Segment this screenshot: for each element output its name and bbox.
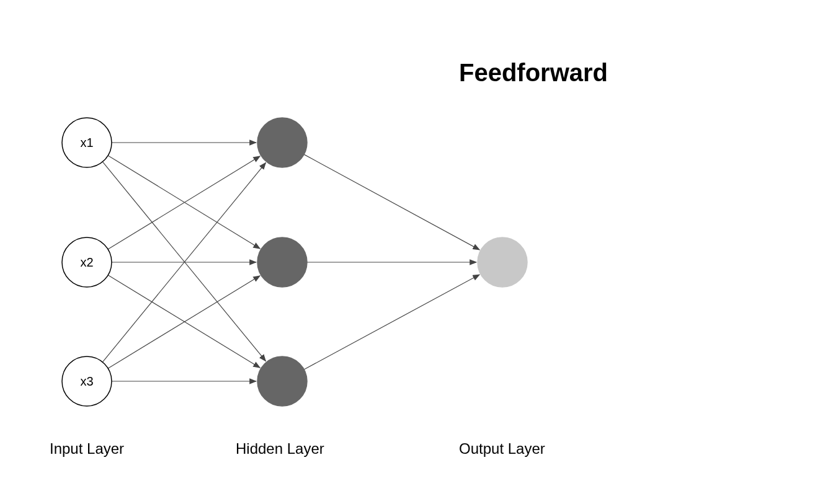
- input-layer-label: Input Layer: [50, 440, 124, 458]
- node-h3: [257, 356, 307, 406]
- hidden-layer-label: Hidden Layer: [236, 440, 324, 458]
- node-label-x3: x3: [80, 374, 93, 388]
- neural-network-diagram: x1x2x3: [0, 0, 815, 504]
- connection-x2-h3: [108, 275, 260, 368]
- connection-h3-o1: [304, 275, 479, 369]
- connection-h1-o1: [304, 154, 479, 250]
- connection-x1-h2: [108, 156, 260, 249]
- connection-x3-h2: [108, 276, 260, 368]
- connection-x2-h1: [108, 156, 260, 249]
- node-h1: [257, 118, 307, 167]
- node-h2: [257, 237, 307, 287]
- node-o1: [478, 237, 527, 287]
- connection-x1-h3: [102, 162, 265, 361]
- output-layer-label: Output Layer: [459, 440, 545, 458]
- node-label-x2: x2: [80, 255, 93, 269]
- node-label-x1: x1: [80, 136, 93, 149]
- diagram-title: Feedforward: [459, 59, 608, 87]
